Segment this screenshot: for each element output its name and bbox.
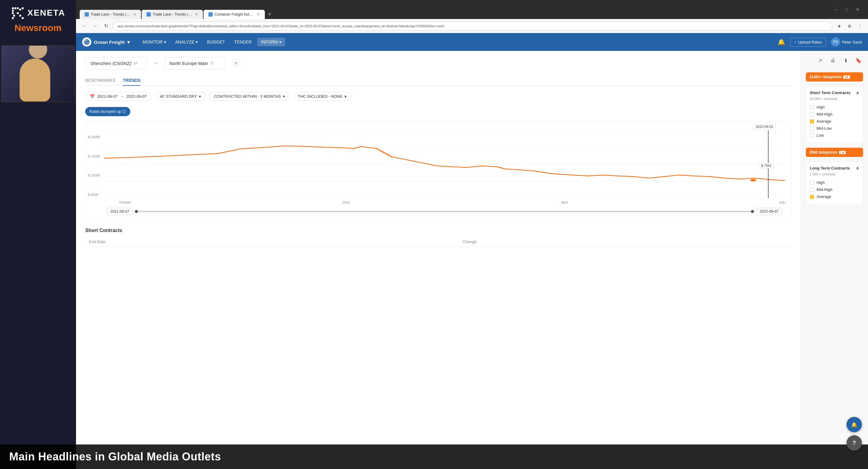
low-checkbox[interactable] [810, 133, 814, 138]
slider-end-date: 2022-09-07 [756, 208, 782, 215]
refresh-button[interactable]: ↻ [102, 22, 110, 30]
swap-route-button[interactable]: ⇄ [232, 59, 240, 67]
rates-bumped-text: Rates bumped up ⓘ [90, 109, 126, 114]
tab-close-3[interactable]: ✕ [257, 12, 260, 17]
floating-notification-button[interactable]: 🔔 [846, 417, 862, 432]
mid-high-label: Mid-High [816, 112, 832, 117]
tab-close-1[interactable]: ✕ [133, 12, 136, 17]
extensions-icon[interactable]: ⊕ [845, 22, 854, 30]
tab-benchmarks[interactable]: BENCHMARKS [85, 75, 116, 86]
short-term-title-text: Short Term Contracts [810, 90, 850, 95]
tab-trends[interactable]: TRENDS [123, 75, 141, 86]
x-label-april: April [561, 200, 568, 204]
short-term-option-high[interactable]: High [810, 104, 859, 111]
mid-low-checkbox[interactable] [810, 126, 814, 131]
notification-bell-icon[interactable]: 🔔 [778, 38, 785, 46]
left-panel: XENETA Newsroom [0, 0, 76, 469]
svg-rect-15 [87, 40, 87, 41]
y-label-14000: $ 14000 [88, 135, 100, 139]
person-body [20, 59, 50, 101]
svg-rect-14 [85, 40, 86, 41]
nav-monitor[interactable]: MONITOR ▾ [139, 38, 170, 46]
lt-mid-high-checkbox[interactable] [810, 188, 814, 192]
back-icon: ← [82, 23, 87, 29]
browser-close-btn[interactable]: ✕ [853, 5, 862, 14]
svg-rect-7 [13, 15, 15, 17]
long-term-option-high[interactable]: High [810, 179, 859, 186]
lt-average-checkbox[interactable] [810, 195, 814, 199]
svg-rect-1 [12, 7, 14, 9]
rates-bumped-banner[interactable]: Rates bumped up ⓘ [85, 107, 130, 116]
url-bar[interactable]: app.xeneta.com/ocean/trade-lane-graph/tr… [113, 22, 832, 31]
date-range-filter[interactable]: 📅 2021-09-07 → 2022-09-07 [85, 92, 151, 101]
svg-point-13 [84, 39, 90, 45]
date-to: 2022-09-07 [127, 94, 147, 99]
route-tabs: BENCHMARKS TRENDS [85, 75, 792, 86]
short-term-count: 10 000 + contracts [810, 97, 859, 100]
nav-logo-icon [82, 37, 91, 46]
browser-minimize[interactable]: ─ [831, 5, 840, 14]
user-menu[interactable]: PS Peter Sand [831, 37, 862, 46]
tab-trends-label: TRENDS [123, 78, 141, 83]
new-tab-button[interactable]: + [266, 9, 274, 19]
nav-xeneta-icon [84, 39, 90, 45]
origin-input[interactable]: Shenzhen (CNSNZ) ⇄ [85, 57, 147, 69]
share-icon[interactable]: ↗ [815, 56, 825, 65]
short-term-option-mid-low[interactable]: Mid-Low [810, 125, 859, 132]
download-icon[interactable]: ⬇ [841, 56, 850, 65]
nav-analyze-label: ANALYZE [175, 39, 195, 44]
forward-button[interactable]: → [91, 22, 99, 30]
bookmark-save-icon[interactable]: 🔖 [854, 56, 863, 65]
long-term-title-text: Long Term Contracts [810, 166, 850, 170]
short-term-collapse-icon[interactable]: ∧ [856, 90, 859, 95]
long-term-title: Long Term Contracts ∧ [810, 166, 859, 170]
floating-help-button[interactable]: ? [846, 435, 862, 450]
chart-callout: $ 7942 [758, 163, 774, 168]
nav-budget[interactable]: BUDGET [203, 38, 228, 46]
back-button[interactable]: ← [80, 22, 88, 30]
svg-point-25 [750, 179, 756, 182]
browser-maximize[interactable]: □ [842, 5, 851, 14]
slider-handle-left[interactable] [135, 210, 138, 213]
ticker-text: Main Headlines in Global Media Outlets [9, 450, 221, 463]
nav-inform[interactable]: INFORM ▾ [257, 38, 285, 46]
high-checkbox[interactable] [810, 105, 814, 110]
short-term-option-low[interactable]: Low [810, 132, 859, 139]
tab-close-2[interactable]: ✕ [195, 12, 198, 17]
destination-input[interactable]: North Europe Main ↻ [164, 57, 225, 69]
long-term-collapse-icon[interactable]: ∧ [856, 166, 859, 170]
svg-rect-6 [19, 8, 21, 10]
bookmark-icon[interactable]: ★ [835, 22, 843, 30]
long-term-option-average[interactable]: Average [810, 193, 859, 200]
browser-actions: ★ ⊕ ⋮ [835, 22, 864, 30]
equipment-filter[interactable]: 40' STANDARD DRY ▾ [155, 92, 206, 101]
average-label: Average [816, 119, 831, 124]
short-term-option-mid-high[interactable]: Mid-High [810, 111, 859, 118]
short-term-option-average[interactable]: Average [810, 118, 859, 125]
svg-rect-11 [12, 17, 14, 19]
slider-handle-right[interactable] [751, 210, 754, 213]
print-icon[interactable]: 🖨 [828, 56, 837, 65]
mid-high-checkbox[interactable] [810, 112, 814, 117]
thc-filter[interactable]: THC INCLUDED - NONE ▾ [293, 92, 351, 101]
browser-tabs: Trade Lane - Trends | Xeneta ✕ Trade Lan… [80, 0, 274, 19]
y-label-8000: $ 8000 [88, 193, 100, 196]
browser-tab-2[interactable]: Trade Lane - Trends | Xeneta ✕ [142, 10, 203, 19]
short-term-datapoints-badge[interactable]: 21491+ datapoints LA [806, 72, 863, 82]
browser-tab-1[interactable]: Trade Lane - Trends | Xeneta ✕ [80, 10, 141, 19]
settings-icon[interactable]: ⋮ [856, 22, 864, 30]
swap-icon: ⇄ [235, 61, 238, 66]
chart-slider[interactable]: 2021-09-07 2022-09-07 [104, 208, 785, 215]
upload-rates-button[interactable]: ↑ Upload Rates [790, 38, 826, 46]
slider-track[interactable] [135, 211, 754, 212]
svg-rect-18 [87, 43, 87, 44]
browser-tab-3[interactable]: Container Freight Industry New... ✕ [204, 10, 265, 19]
long-term-option-mid-high[interactable]: Mid-High [810, 186, 859, 193]
average-checkbox[interactable] [810, 119, 814, 124]
svg-rect-10 [22, 7, 24, 9]
long-term-datapoints-badge[interactable]: 2942 datapoints LA [806, 148, 863, 157]
nav-analyze[interactable]: ANALYZE ▾ [172, 38, 202, 46]
contracted-filter[interactable]: CONTRACTED WITHIN - 3 MONTHS ▾ [209, 92, 290, 101]
lt-high-checkbox[interactable] [810, 181, 814, 185]
nav-tender[interactable]: TENDER [230, 38, 256, 46]
